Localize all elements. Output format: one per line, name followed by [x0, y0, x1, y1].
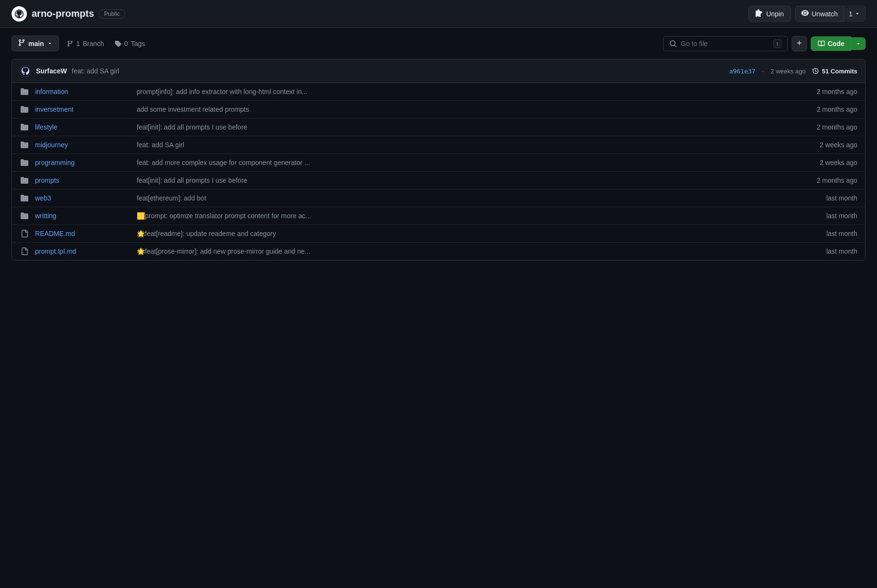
file-row: information prompt[info]: add info extra…	[12, 83, 865, 101]
file-name[interactable]: prompt.tpl.md	[35, 247, 131, 255]
file-name[interactable]: README.md	[35, 230, 131, 237]
code-dropdown-icon	[855, 41, 861, 47]
file-name[interactable]: programming	[35, 159, 131, 166]
file-commit-message: 🌟feat[readme]: update reademe and catego…	[137, 230, 789, 237]
folder-icon	[20, 194, 29, 202]
unwatch-count-button[interactable]: 1	[844, 7, 865, 21]
svg-point-1	[20, 65, 31, 77]
add-icon: +	[797, 38, 802, 48]
file-time: last month	[795, 230, 857, 237]
code-button[interactable]: Code	[811, 36, 851, 51]
file-row: prompt.tpl.md 🌟feat[prose-mirror]: add n…	[12, 243, 865, 260]
commits-count-link[interactable]: 51 Commits	[812, 68, 857, 75]
tags-count-link[interactable]: 0 Tags	[112, 38, 148, 49]
branch-selector[interactable]: main	[12, 35, 59, 51]
header-right: Unpin Unwatch 1	[748, 6, 865, 22]
file-commit-message: 🌟feat[prose-mirror]: add new prose-mirro…	[137, 247, 789, 255]
unwatch-count: 1	[849, 10, 853, 18]
commit-bar-left: SurfaceW feat: add SA girl	[20, 65, 119, 77]
search-input[interactable]	[681, 40, 770, 47]
file-list: information prompt[info]: add info extra…	[12, 83, 865, 260]
folder-icon	[20, 159, 29, 166]
file-commit-message: feat[ethereum]: add bot	[137, 194, 789, 202]
commit-bar-right: a961e37 · 2 weeks ago 51 Commits	[729, 68, 857, 75]
commits-count-label: 51 Commits	[822, 68, 857, 75]
file-time: 2 weeks ago	[795, 159, 857, 166]
unpin-button[interactable]: Unpin	[748, 6, 791, 22]
commit-message: feat: add SA girl	[72, 67, 119, 75]
header: arno-prompts Public Unpin Unwatch 1	[0, 0, 877, 28]
unwatch-button[interactable]: Unwatch	[795, 6, 844, 21]
file-name[interactable]: writting	[35, 212, 131, 220]
commit-hash[interactable]: a961e37	[729, 68, 756, 75]
commit-bar: SurfaceW feat: add SA girl a961e37 · 2 w…	[12, 59, 865, 83]
eye-icon	[801, 9, 809, 18]
branch-dropdown-icon	[47, 40, 53, 47]
file-time: last month	[795, 212, 857, 220]
file-commit-message: feat[init]: add all prompts I use before	[137, 176, 789, 184]
file-time: 2 months ago	[795, 88, 857, 95]
toolbar: main 1 Branch 0 Tags	[0, 28, 877, 59]
unwatch-label: Unwatch	[812, 10, 838, 18]
toolbar-left: main 1 Branch 0 Tags	[12, 35, 148, 51]
branch-count-label: Branch	[83, 40, 104, 47]
author-avatar	[20, 65, 31, 77]
search-shortcut: t	[773, 39, 782, 48]
header-left: arno-prompts Public	[12, 6, 125, 22]
search-box[interactable]: t	[663, 36, 788, 51]
folder-icon	[20, 212, 29, 220]
file-row: prompts feat[init]: add all prompts I us…	[12, 172, 865, 189]
file-name[interactable]: inversetment	[35, 106, 131, 113]
file-icon	[20, 247, 29, 255]
branch-count-number: 1	[76, 40, 80, 47]
file-commit-message: prompt[info]: add info extractor with lo…	[137, 88, 789, 95]
file-name[interactable]: web3	[35, 194, 131, 202]
file-name[interactable]: midjourney	[35, 141, 131, 149]
folder-icon	[20, 141, 29, 149]
repo-logo	[12, 6, 27, 22]
repo-title[interactable]: arno-prompts	[32, 8, 94, 19]
branch-name: main	[28, 40, 44, 47]
file-commit-message: 🟨prompt: optimze translator prompt conte…	[137, 212, 789, 220]
file-commit-message: feat: add SA girl	[137, 141, 789, 149]
add-button[interactable]: +	[792, 36, 807, 51]
folder-icon	[20, 176, 29, 184]
search-icon	[669, 40, 677, 47]
file-name[interactable]: lifestyle	[35, 123, 131, 131]
repo-container: SurfaceW feat: add SA girl a961e37 · 2 w…	[12, 59, 865, 260]
folder-icon	[20, 88, 29, 95]
code-label: Code	[828, 40, 844, 47]
file-row: writting 🟨prompt: optimze translator pro…	[12, 207, 865, 225]
file-time: 2 weeks ago	[795, 141, 857, 149]
file-icon	[20, 230, 29, 237]
pin-icon	[756, 9, 763, 18]
file-row: lifestyle feat[init]: add all prompts I …	[12, 118, 865, 136]
file-row: programming feat: add more complex usage…	[12, 154, 865, 172]
commit-author[interactable]: SurfaceW	[36, 67, 67, 75]
branch-count-link[interactable]: 1 Branch	[64, 38, 107, 49]
history-icon	[812, 68, 819, 74]
folder-icon	[20, 123, 29, 131]
file-time: 2 months ago	[795, 106, 857, 113]
commit-time: 2 weeks ago	[770, 68, 806, 75]
dropdown-icon	[854, 10, 860, 18]
file-row: web3 feat[ethereum]: add bot last month	[12, 189, 865, 207]
file-row: midjourney feat: add SA girl 2 weeks ago	[12, 136, 865, 154]
file-commit-message: add some investment related prompts	[137, 106, 789, 113]
file-time: 2 months ago	[795, 176, 857, 184]
file-time: last month	[795, 247, 857, 255]
file-commit-message: feat: add more complex usage for compone…	[137, 159, 789, 166]
file-row: inversetment add some investment related…	[12, 101, 865, 118]
file-time: last month	[795, 194, 857, 202]
folder-icon	[20, 106, 29, 113]
unwatch-button-group: Unwatch 1	[795, 6, 865, 22]
code-dropdown-button[interactable]	[851, 37, 865, 50]
file-name[interactable]: information	[35, 88, 131, 95]
file-commit-message: feat[init]: add all prompts I use before	[137, 123, 789, 131]
toolbar-right: t + Code	[663, 36, 865, 51]
file-name[interactable]: prompts	[35, 176, 131, 184]
tags-count-label: Tags	[131, 40, 145, 47]
file-time: 2 months ago	[795, 123, 857, 131]
tags-count-number: 0	[124, 40, 128, 47]
code-button-group: Code	[811, 36, 865, 51]
